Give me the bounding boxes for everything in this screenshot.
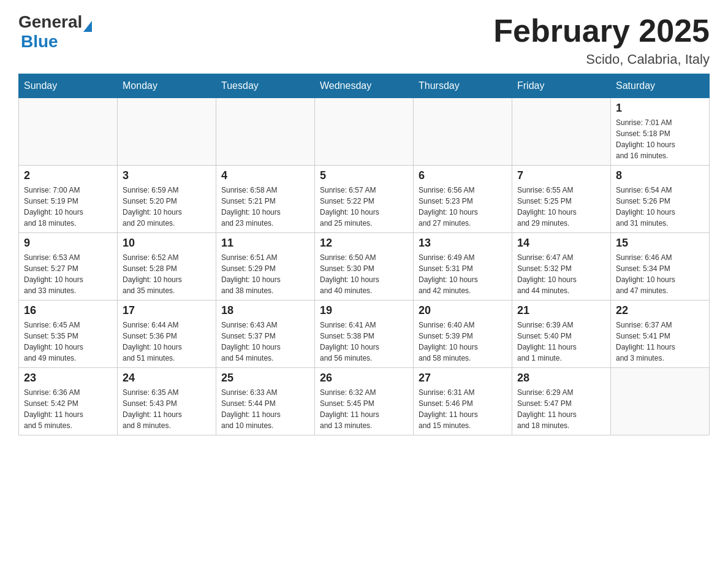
- calendar-day-cell: [512, 98, 611, 166]
- day-info: Sunrise: 6:49 AM Sunset: 5:31 PM Dayligh…: [419, 252, 507, 296]
- calendar-day-cell: 22Sunrise: 6:37 AM Sunset: 5:41 PM Dayli…: [611, 301, 710, 368]
- day-info: Sunrise: 6:35 AM Sunset: 5:43 PM Dayligh…: [123, 387, 211, 431]
- day-info: Sunrise: 6:43 AM Sunset: 5:37 PM Dayligh…: [221, 320, 309, 364]
- calendar-day-cell: 3Sunrise: 6:59 AM Sunset: 5:20 PM Daylig…: [118, 166, 216, 233]
- calendar-day-cell: 18Sunrise: 6:43 AM Sunset: 5:37 PM Dayli…: [216, 301, 315, 368]
- page-header: General Blue February 2025 Scido, Calabr…: [18, 12, 710, 67]
- day-info: Sunrise: 7:01 AM Sunset: 5:18 PM Dayligh…: [616, 117, 704, 161]
- day-info: Sunrise: 6:57 AM Sunset: 5:22 PM Dayligh…: [320, 185, 408, 229]
- calendar-day-cell: 20Sunrise: 6:40 AM Sunset: 5:39 PM Dayli…: [414, 301, 512, 368]
- calendar-day-cell: 2Sunrise: 7:00 AM Sunset: 5:19 PM Daylig…: [19, 166, 118, 233]
- day-info: Sunrise: 6:33 AM Sunset: 5:44 PM Dayligh…: [221, 387, 309, 431]
- day-info: Sunrise: 6:32 AM Sunset: 5:45 PM Dayligh…: [320, 387, 408, 431]
- day-of-week-header: Monday: [118, 74, 216, 98]
- calendar-title: February 2025: [493, 12, 710, 49]
- calendar-day-cell: 9Sunrise: 6:53 AM Sunset: 5:27 PM Daylig…: [19, 233, 118, 301]
- day-info: Sunrise: 6:36 AM Sunset: 5:42 PM Dayligh…: [24, 387, 112, 431]
- day-of-week-header: Sunday: [19, 74, 118, 98]
- calendar-day-cell: 26Sunrise: 6:32 AM Sunset: 5:45 PM Dayli…: [315, 368, 414, 435]
- day-number: 6: [419, 169, 507, 182]
- day-info: Sunrise: 6:47 AM Sunset: 5:32 PM Dayligh…: [517, 252, 605, 296]
- calendar-day-cell: 6Sunrise: 6:56 AM Sunset: 5:23 PM Daylig…: [414, 166, 512, 233]
- day-info: Sunrise: 6:41 AM Sunset: 5:38 PM Dayligh…: [320, 320, 408, 364]
- day-number: 2: [24, 169, 112, 182]
- calendar-day-cell: [611, 368, 710, 435]
- day-of-week-header: Thursday: [414, 74, 512, 98]
- title-block: February 2025 Scido, Calabria, Italy: [493, 12, 710, 67]
- logo: General Blue: [18, 12, 92, 52]
- calendar-subtitle: Scido, Calabria, Italy: [493, 52, 710, 67]
- calendar-week-row: 2Sunrise: 7:00 AM Sunset: 5:19 PM Daylig…: [19, 166, 710, 233]
- day-number: 5: [320, 169, 408, 182]
- calendar-day-cell: 14Sunrise: 6:47 AM Sunset: 5:32 PM Dayli…: [512, 233, 611, 301]
- day-number: 23: [24, 372, 112, 385]
- calendar-day-cell: 8Sunrise: 6:54 AM Sunset: 5:26 PM Daylig…: [611, 166, 710, 233]
- day-info: Sunrise: 6:45 AM Sunset: 5:35 PM Dayligh…: [24, 320, 112, 364]
- day-info: Sunrise: 6:39 AM Sunset: 5:40 PM Dayligh…: [517, 320, 605, 364]
- day-number: 15: [616, 237, 704, 250]
- day-info: Sunrise: 6:54 AM Sunset: 5:26 PM Dayligh…: [616, 185, 704, 229]
- day-info: Sunrise: 6:50 AM Sunset: 5:30 PM Dayligh…: [320, 252, 408, 296]
- calendar-day-cell: 7Sunrise: 6:55 AM Sunset: 5:25 PM Daylig…: [512, 166, 611, 233]
- day-number: 27: [419, 372, 507, 385]
- day-info: Sunrise: 6:53 AM Sunset: 5:27 PM Dayligh…: [24, 252, 112, 296]
- calendar-day-cell: [315, 98, 414, 166]
- day-info: Sunrise: 7:00 AM Sunset: 5:19 PM Dayligh…: [24, 185, 112, 229]
- day-info: Sunrise: 6:40 AM Sunset: 5:39 PM Dayligh…: [419, 320, 507, 364]
- calendar-day-cell: 1Sunrise: 7:01 AM Sunset: 5:18 PM Daylig…: [611, 98, 710, 166]
- logo-triangle-icon: [83, 21, 92, 32]
- day-info: Sunrise: 6:37 AM Sunset: 5:41 PM Dayligh…: [616, 320, 704, 364]
- day-info: Sunrise: 6:31 AM Sunset: 5:46 PM Dayligh…: [419, 387, 507, 431]
- day-info: Sunrise: 6:46 AM Sunset: 5:34 PM Dayligh…: [616, 252, 704, 296]
- day-number: 19: [320, 304, 408, 317]
- day-number: 22: [616, 304, 704, 317]
- day-number: 4: [221, 169, 309, 182]
- day-number: 9: [24, 237, 112, 250]
- calendar-day-cell: 5Sunrise: 6:57 AM Sunset: 5:22 PM Daylig…: [315, 166, 414, 233]
- day-info: Sunrise: 6:55 AM Sunset: 5:25 PM Dayligh…: [517, 185, 605, 229]
- day-number: 18: [221, 304, 309, 317]
- day-info: Sunrise: 6:56 AM Sunset: 5:23 PM Dayligh…: [419, 185, 507, 229]
- day-number: 8: [616, 169, 704, 182]
- day-info: Sunrise: 6:51 AM Sunset: 5:29 PM Dayligh…: [221, 252, 309, 296]
- calendar-week-row: 1Sunrise: 7:01 AM Sunset: 5:18 PM Daylig…: [19, 98, 710, 166]
- calendar-day-cell: 23Sunrise: 6:36 AM Sunset: 5:42 PM Dayli…: [19, 368, 118, 435]
- day-number: 10: [123, 237, 211, 250]
- logo-general-text: General: [18, 12, 82, 32]
- logo-blue-text: Blue: [21, 32, 58, 52]
- day-number: 11: [221, 237, 309, 250]
- day-number: 24: [123, 372, 211, 385]
- calendar-day-cell: 19Sunrise: 6:41 AM Sunset: 5:38 PM Dayli…: [315, 301, 414, 368]
- day-of-week-header: Saturday: [611, 74, 710, 98]
- day-of-week-header: Tuesday: [216, 74, 315, 98]
- calendar-day-cell: 21Sunrise: 6:39 AM Sunset: 5:40 PM Dayli…: [512, 301, 611, 368]
- day-number: 3: [123, 169, 211, 182]
- day-info: Sunrise: 6:44 AM Sunset: 5:36 PM Dayligh…: [123, 320, 211, 364]
- day-info: Sunrise: 6:59 AM Sunset: 5:20 PM Dayligh…: [123, 185, 211, 229]
- calendar-day-cell: [19, 98, 118, 166]
- calendar-day-cell: 13Sunrise: 6:49 AM Sunset: 5:31 PM Dayli…: [414, 233, 512, 301]
- day-of-week-header: Friday: [512, 74, 611, 98]
- day-number: 28: [517, 372, 605, 385]
- calendar-day-cell: 17Sunrise: 6:44 AM Sunset: 5:36 PM Dayli…: [118, 301, 216, 368]
- day-number: 21: [517, 304, 605, 317]
- day-number: 26: [320, 372, 408, 385]
- calendar-day-cell: 28Sunrise: 6:29 AM Sunset: 5:47 PM Dayli…: [512, 368, 611, 435]
- calendar-table: SundayMondayTuesdayWednesdayThursdayFrid…: [18, 74, 710, 435]
- day-number: 7: [517, 169, 605, 182]
- calendar-day-cell: [216, 98, 315, 166]
- calendar-day-cell: 10Sunrise: 6:52 AM Sunset: 5:28 PM Dayli…: [118, 233, 216, 301]
- calendar-day-cell: 27Sunrise: 6:31 AM Sunset: 5:46 PM Dayli…: [414, 368, 512, 435]
- calendar-day-cell: 12Sunrise: 6:50 AM Sunset: 5:30 PM Dayli…: [315, 233, 414, 301]
- calendar-day-cell: 15Sunrise: 6:46 AM Sunset: 5:34 PM Dayli…: [611, 233, 710, 301]
- calendar-week-row: 23Sunrise: 6:36 AM Sunset: 5:42 PM Dayli…: [19, 368, 710, 435]
- calendar-day-cell: 4Sunrise: 6:58 AM Sunset: 5:21 PM Daylig…: [216, 166, 315, 233]
- day-info: Sunrise: 6:52 AM Sunset: 5:28 PM Dayligh…: [123, 252, 211, 296]
- calendar-week-row: 16Sunrise: 6:45 AM Sunset: 5:35 PM Dayli…: [19, 301, 710, 368]
- calendar-day-cell: 24Sunrise: 6:35 AM Sunset: 5:43 PM Dayli…: [118, 368, 216, 435]
- day-number: 12: [320, 237, 408, 250]
- calendar-header-row: SundayMondayTuesdayWednesdayThursdayFrid…: [19, 74, 710, 98]
- calendar-day-cell: 25Sunrise: 6:33 AM Sunset: 5:44 PM Dayli…: [216, 368, 315, 435]
- day-number: 14: [517, 237, 605, 250]
- day-number: 20: [419, 304, 507, 317]
